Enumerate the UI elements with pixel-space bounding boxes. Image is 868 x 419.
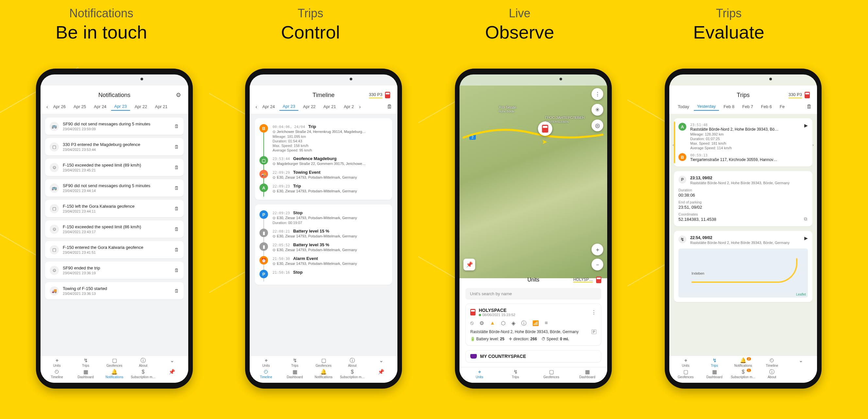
notification-row[interactable]: ▢ F-150 left the Gora Kalwaria geofence … <box>45 200 184 217</box>
nav-units[interactable]: ⌖Units <box>42 358 71 367</box>
copy-icon[interactable]: ⧉ <box>804 216 807 222</box>
nav-collapse[interactable]: ⌄ <box>157 358 186 367</box>
notification-row[interactable]: 🚚 Towing of F-150 started 23/04/2021 23:… <box>45 282 184 299</box>
chevron-left-icon[interactable]: ‹ <box>46 104 49 109</box>
nav-geofences[interactable]: ▢Geofences <box>533 369 569 379</box>
shield-icon[interactable]: ⬡ <box>501 320 505 327</box>
pushpin-icon[interactable]: 📌 <box>463 259 475 270</box>
nav-units[interactable]: ⌖Units <box>461 369 497 379</box>
timeline-item[interactable]: ▢ 23:53:44 Geofence Magdeburg ⊙Magdeburg… <box>259 154 388 168</box>
tab-date[interactable]: Fe <box>776 103 788 110</box>
nav-dashboard[interactable]: ▦Dashboard <box>700 369 729 379</box>
settings-icon[interactable]: ⚙ <box>479 320 484 327</box>
nav-collapse[interactable]: ⌄ <box>367 358 396 367</box>
tab-date[interactable]: Apr 21 <box>152 103 170 110</box>
unit-selector[interactable]: 330 P3 <box>788 92 802 98</box>
chevron-left-icon[interactable]: ‹ <box>255 104 258 109</box>
nav-dashboard[interactable]: ▦Dashboard <box>280 369 309 379</box>
chevron-right-icon[interactable]: › <box>359 104 362 109</box>
tab-date[interactable]: Apr 26 <box>50 103 69 110</box>
calendar-icon[interactable]: 🗓 <box>174 124 179 129</box>
timeline-item[interactable]: P 22:09:23 Stop ⊙E30, Ziesar 14793, Pots… <box>259 208 388 227</box>
signal-icon[interactable]: 📶 <box>532 320 539 327</box>
timeline-item[interactable]: 🚚 22:09:29 Towing Event ⊙E30, Ziesar 147… <box>259 168 388 182</box>
nav-trips[interactable]: ↯Trips <box>700 358 729 367</box>
nav-subscription[interactable]: $Subscription m…1 <box>729 369 757 379</box>
calendar-icon[interactable]: 🗓 <box>174 206 179 211</box>
calendar-icon[interactable]: 🗓 <box>174 267 179 273</box>
tab-date[interactable]: Apr 25 <box>70 103 89 110</box>
notification-row[interactable]: 🚌 SF90 did not send messages during 5 mi… <box>45 179 184 197</box>
calendar-icon[interactable]: 🗓 <box>174 288 179 294</box>
nav-collapse[interactable]: ⌄ <box>786 358 815 367</box>
search-input[interactable]: Unit's search by name <box>465 288 601 299</box>
tab-date[interactable]: Feb 7 <box>739 103 756 110</box>
nav-pin[interactable]: 📌 <box>157 369 186 379</box>
unit-selector[interactable]: HOLYSP… <box>573 277 593 283</box>
nav-units[interactable]: ⌖Units <box>252 358 280 367</box>
tab-date[interactable]: Apr 22 <box>300 103 319 110</box>
tab-date[interactable]: Feb 6 <box>758 103 775 110</box>
zoom-in-icon[interactable]: ＋ <box>591 244 603 255</box>
notification-row[interactable]: 🚌 SF90 did not send messages during 5 mi… <box>45 118 184 135</box>
notification-row[interactable]: ▢ 330 P3 entered the Magdeburg geofence … <box>45 138 184 156</box>
nav-about[interactable]: ⓘAbout <box>338 358 367 367</box>
tab-date[interactable]: Apr 2 <box>341 103 357 110</box>
calendar-icon[interactable]: 🗓 <box>174 247 179 253</box>
calendar-icon[interactable]: 🗓 <box>174 185 179 191</box>
nav-trips[interactable]: ↯Trips <box>280 358 309 367</box>
navigate-icon[interactable]: ◈ <box>512 320 516 327</box>
calendar-icon[interactable]: 🗓 <box>174 144 179 150</box>
unit-selector[interactable]: 330 P3 <box>369 92 382 98</box>
unit-card[interactable]: HOLYSPACE 08/06/2021 15:23:52 ⋮ ⦸ ⚙ ▲ ⬡ … <box>465 303 601 346</box>
timeline-item[interactable]: B 00:04:06, 24/04 Trip ⊙Jerichower Straß… <box>259 122 388 154</box>
zoom-out-icon[interactable]: － <box>591 259 603 270</box>
trip-minimap[interactable]: Irxleben Leaflet <box>678 249 808 297</box>
nav-timeline[interactable]: ⏲Timeline <box>757 358 786 367</box>
tab-date[interactable]: Today <box>675 103 692 110</box>
tab-date[interactable]: Apr 24 <box>259 103 278 110</box>
nav-timeline[interactable]: ⏲Timeline <box>42 369 71 379</box>
nav-dashboard[interactable]: ▦Dashboard <box>569 369 605 379</box>
nav-trips[interactable]: ↯Trips <box>497 369 533 379</box>
warning-icon[interactable]: ▲ <box>490 320 495 327</box>
nav-dashboard[interactable]: ▦Dashboard <box>71 369 100 379</box>
timeline-item[interactable]: A 22:09:23 Trip ⊙E30, Ziesar 14793, Pots… <box>259 182 388 195</box>
notification-row[interactable]: ▢ F-150 entered the Gora Kalwaria geofen… <box>45 241 184 258</box>
calendar-icon[interactable]: 🗓 <box>174 226 179 232</box>
tab-date-active[interactable]: Apr 23 <box>279 102 299 111</box>
filter-icon[interactable]: ≡ <box>545 320 548 327</box>
nav-units[interactable]: ⌖Units <box>671 358 700 367</box>
trip-card[interactable]: ▶ ‹ › A 23:51:48 Raststätte Börde-Nord 2… <box>674 118 812 166</box>
tab-date-active[interactable]: Yesterday <box>694 102 719 111</box>
notification-row[interactable]: ⊙ F-150 exceeded the speed limit (89 km/… <box>45 159 184 176</box>
tab-date[interactable]: Apr 22 <box>131 103 150 110</box>
tab-date-active[interactable]: Apr 23 <box>111 102 130 111</box>
calendar-icon[interactable]: 🗓 <box>807 104 812 110</box>
unit-marker[interactable] <box>538 122 552 136</box>
nav-notifications[interactable]: 🔔Notifications2 <box>729 358 757 367</box>
timeline-item[interactable]: P 21:50:16 Stop <box>259 268 388 280</box>
calendar-icon[interactable]: 🗓 <box>387 104 392 110</box>
timeline-item[interactable]: ▮ 22:05:52 Battery level 35 % ⊙E30, Zies… <box>259 240 388 254</box>
gear-icon[interactable]: ⚙ <box>176 91 181 99</box>
info-icon[interactable]: ⓘ <box>521 320 526 327</box>
tab-date[interactable]: Apr 21 <box>320 103 339 110</box>
map[interactable]: ⋮ ✳ ◎ ＋ － 📌 Хоэ БердеHohe Börde ГРОС-ЗАН… <box>460 86 607 278</box>
nav-timeline[interactable]: ⏲Timeline <box>252 369 280 379</box>
timeline-item[interactable]: ▮ 22:08:21 Battery level 15 % ⊙E30, Zies… <box>259 227 388 240</box>
nav-subscription[interactable]: $Subscription m… <box>338 369 367 379</box>
more-icon[interactable]: ⋮ <box>591 309 596 316</box>
nav-geofences[interactable]: ▢Geofences <box>671 369 700 379</box>
notification-row[interactable]: ⊙ SF90 ended the trip 23/04/2021 23:36:1… <box>45 262 184 279</box>
chevron-left-icon[interactable]: ‹ <box>673 142 674 147</box>
chevron-right-icon[interactable]: › <box>812 142 814 147</box>
nav-notifications[interactable]: 🔔Notifications <box>100 369 129 379</box>
trip-map-card[interactable]: ▶ ↯ 22:54, 09/02 Raststätte Börde-Nord 2… <box>674 231 812 302</box>
calendar-icon[interactable]: 🗓 <box>174 165 179 170</box>
visibility-off-icon[interactable]: ⦸ <box>470 320 473 327</box>
nav-notifications[interactable]: 🔔Notifications <box>309 369 338 379</box>
unit-card[interactable]: MY COUNTRYSPACE <box>465 350 601 362</box>
tab-date[interactable]: Apr 24 <box>91 103 110 110</box>
nav-trips[interactable]: ↯Trips <box>71 358 100 367</box>
